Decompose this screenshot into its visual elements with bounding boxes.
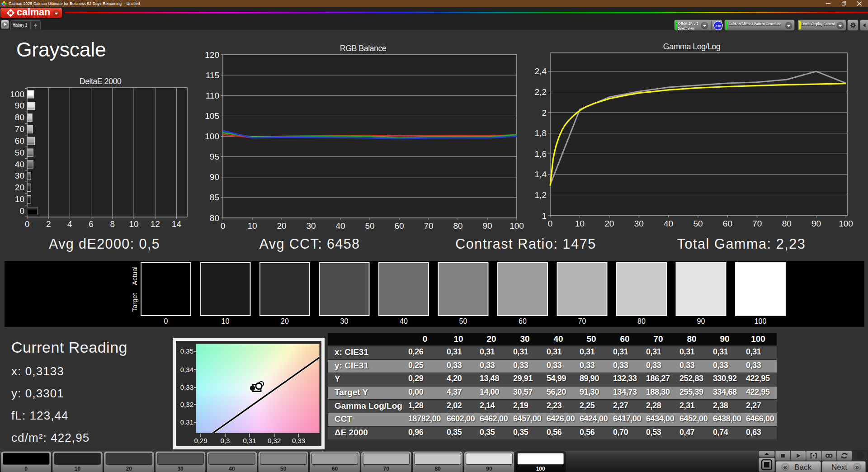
svg-text:1,6: 1,6 [535,149,547,159]
svg-text:70: 70 [383,466,390,472]
svg-text:DeltaE 2000: DeltaE 2000 [80,77,122,86]
svg-text:60: 60 [15,136,24,146]
svg-text:20: 20 [281,317,289,325]
svg-text:RGB Balance: RGB Balance [340,44,387,53]
svg-text:50: 50 [280,466,287,472]
svg-text:50: 50 [693,219,703,228]
svg-text:50: 50 [15,148,24,157]
svg-text:Actual: Actual [131,266,138,285]
svg-text:1,8: 1,8 [535,128,547,138]
svg-text:80: 80 [782,219,792,228]
svg-text:4: 4 [67,219,72,229]
svg-text:60: 60 [723,219,732,228]
svg-text:120: 120 [205,50,219,60]
svg-text:60: 60 [394,221,404,231]
svg-text:90: 90 [486,466,492,472]
svg-text:20: 20 [277,221,286,231]
svg-text:10: 10 [75,466,81,472]
svg-text:20: 20 [15,183,24,192]
svg-text:Next: Next [831,463,847,472]
svg-text:30: 30 [340,317,349,325]
svg-text:40: 40 [335,221,345,231]
svg-text:80: 80 [210,213,219,223]
svg-text:90: 90 [210,172,219,182]
svg-text:0,34: 0,34 [180,366,193,373]
svg-text:1: 1 [542,211,547,221]
svg-text:90: 90 [15,101,24,110]
svg-text:80: 80 [453,221,462,231]
svg-text:80: 80 [434,466,441,472]
svg-text:»: » [855,463,859,471]
svg-text:Back: Back [794,463,811,472]
svg-text:2: 2 [46,219,51,229]
svg-text:0,32: 0,32 [180,401,193,408]
svg-text:30: 30 [177,466,184,472]
svg-text:80: 80 [637,317,646,325]
svg-text:100: 100 [509,221,524,231]
svg-text:30: 30 [15,171,24,180]
svg-text:10: 10 [129,219,138,229]
svg-text:0,29: 0,29 [194,437,207,444]
svg-text:0: 0 [24,466,28,472]
svg-text:0,35: 0,35 [180,347,193,355]
svg-text:90: 90 [811,219,821,228]
svg-text:10: 10 [247,221,257,231]
svg-text:60: 60 [519,317,527,325]
svg-text:85: 85 [210,193,219,202]
svg-text:70: 70 [578,317,586,325]
svg-text:10: 10 [575,219,585,228]
svg-text:70: 70 [424,221,433,231]
svg-text:Target: Target [131,293,138,312]
svg-text:100: 100 [205,132,219,141]
svg-text:2,4: 2,4 [535,66,547,76]
svg-text:40: 40 [664,219,673,228]
svg-text:30: 30 [306,221,316,231]
svg-text:100: 100 [839,219,853,228]
svg-text:10: 10 [222,317,230,325]
svg-text:14: 14 [172,219,182,229]
svg-text:718: 718 [715,24,722,28]
svg-text:30: 30 [634,219,644,228]
svg-text:100: 100 [536,466,545,472]
svg-text:2,2: 2,2 [535,87,547,97]
svg-text:6: 6 [89,219,94,229]
svg-text:0: 0 [25,219,30,229]
svg-text:60: 60 [332,466,338,472]
svg-text:110: 110 [206,91,219,100]
svg-text:95: 95 [210,152,219,161]
svg-text:90: 90 [697,317,705,325]
svg-text:20: 20 [126,466,132,472]
svg-text:0,33: 0,33 [180,383,193,391]
svg-text:2: 2 [542,108,547,118]
svg-text:50: 50 [459,317,467,325]
svg-text:50: 50 [365,221,374,231]
svg-text:8: 8 [110,219,115,229]
svg-text:Gamma Log/Log: Gamma Log/Log [663,42,720,51]
svg-text:0,3: 0,3 [221,437,230,444]
svg-text:0: 0 [19,206,24,216]
svg-text:70: 70 [15,124,24,134]
svg-text:0: 0 [221,221,226,231]
svg-text:115: 115 [206,71,219,80]
svg-text:40: 40 [229,466,235,472]
svg-text:100: 100 [10,90,24,99]
svg-text:40: 40 [400,317,408,325]
svg-text:105: 105 [205,111,219,121]
svg-text:0,33: 0,33 [292,437,305,444]
svg-text:10: 10 [15,194,24,204]
svg-text:0: 0 [164,317,168,325]
svg-text:«: « [783,463,787,471]
svg-text:100: 100 [755,317,767,325]
svg-text:0,32: 0,32 [268,437,281,444]
svg-text:40: 40 [15,160,24,169]
svg-text:80: 80 [15,113,24,122]
svg-text:20: 20 [604,219,614,228]
svg-text:0,31: 0,31 [243,437,256,444]
svg-text:1,2: 1,2 [535,190,547,200]
svg-text:0: 0 [548,219,553,228]
svg-text:70: 70 [752,219,762,228]
svg-text:1,4: 1,4 [535,170,547,179]
svg-text:12: 12 [151,219,160,229]
svg-text:0,31: 0,31 [180,418,193,426]
svg-text:90: 90 [482,221,492,231]
